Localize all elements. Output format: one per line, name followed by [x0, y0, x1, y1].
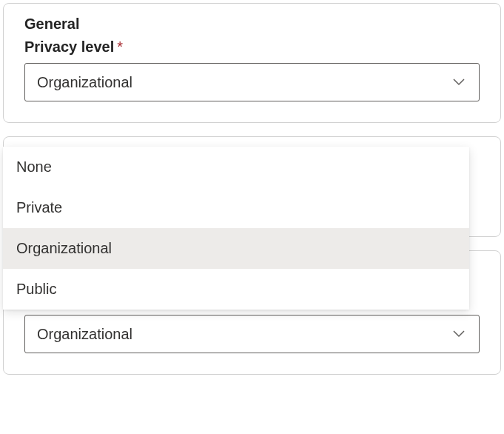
dropdown-option-private[interactable]: Private [3, 187, 469, 228]
privacy-level-select[interactable]: Organizational [24, 63, 480, 101]
privacy-level-select-value: Organizational [37, 74, 132, 91]
privacy-level-select-2[interactable]: Organizational [24, 315, 480, 353]
dropdown-option-none[interactable]: None [3, 147, 469, 187]
lower-region: Organizational None Private Organization… [3, 136, 501, 375]
field-label-text: Privacy level [24, 39, 114, 55]
privacy-level-label: Privacy level* [24, 39, 480, 56]
required-asterisk: * [117, 39, 123, 55]
privacy-level-dropdown-panel: None Private Organizational Public [3, 147, 469, 310]
dropdown-option-organizational[interactable]: Organizational [3, 228, 469, 269]
dropdown-option-public[interactable]: Public [3, 269, 469, 310]
chevron-down-icon [451, 74, 467, 90]
general-card: General Privacy level* Organizational [3, 3, 501, 123]
card-title: General [24, 16, 480, 33]
chevron-down-icon [451, 326, 467, 342]
privacy-level-select-2-value: Organizational [37, 326, 132, 343]
